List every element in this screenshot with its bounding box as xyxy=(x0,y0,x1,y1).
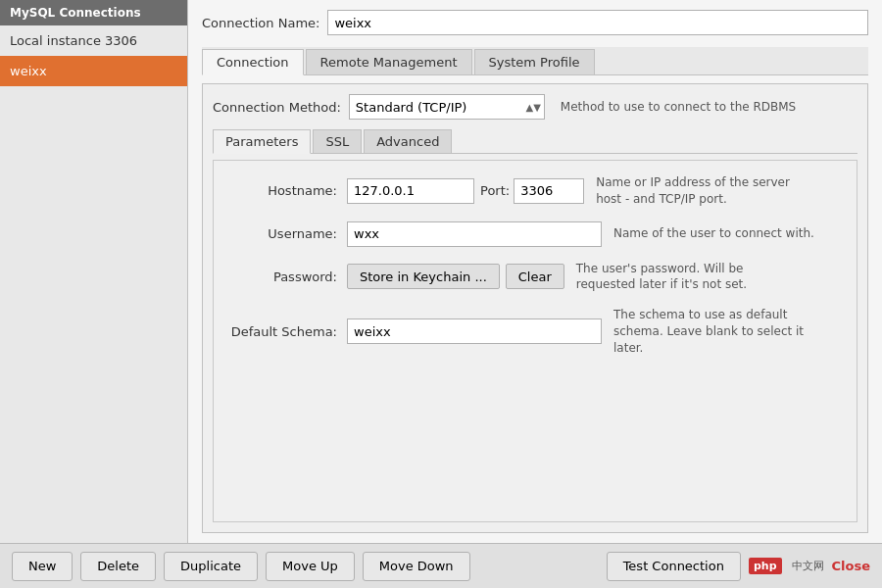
parameters-area: Hostname: Port: Name or IP address of th… xyxy=(213,160,858,522)
tab-system-profile[interactable]: System Profile xyxy=(474,49,595,74)
hostname-input[interactable] xyxy=(347,178,474,204)
password-hint: The user's password. Will be requested l… xyxy=(576,261,792,294)
tab-parameters[interactable]: Parameters xyxy=(213,129,311,154)
hostname-hint: Name or IP address of the server host - … xyxy=(596,174,811,208)
password-row: Password: Store in Keychain ... Clear Th… xyxy=(229,261,841,294)
method-description: Method to use to connect to the RDBMS xyxy=(561,100,796,114)
sidebar-item-local-instance[interactable]: Local instance 3306 xyxy=(0,25,187,56)
username-hint: Name of the user to connect with. xyxy=(613,225,814,242)
sidebar-item-weixx[interactable]: weixx xyxy=(0,56,187,86)
clear-password-button[interactable]: Clear xyxy=(506,264,564,289)
password-controls: Store in Keychain ... Clear xyxy=(347,264,564,289)
move-down-button[interactable]: Move Down xyxy=(363,552,470,581)
username-input[interactable] xyxy=(347,221,602,247)
tab-connection[interactable]: Connection xyxy=(202,49,304,75)
php-badge: php xyxy=(749,558,782,574)
store-keychain-button[interactable]: Store in Keychain ... xyxy=(347,264,500,289)
tab-advanced[interactable]: Advanced xyxy=(364,129,452,153)
method-row: Connection Method: Standard (TCP/IP) ▲▼ … xyxy=(213,94,858,120)
connection-name-label: Connection Name: xyxy=(202,16,319,30)
connection-name-row: Connection Name: xyxy=(202,10,868,35)
sidebar-header: MySQL Connections xyxy=(0,0,187,25)
default-schema-input[interactable] xyxy=(347,318,602,344)
tab-ssl[interactable]: SSL xyxy=(313,129,362,153)
default-schema-label: Default Schema: xyxy=(229,324,347,339)
method-select-wrapper: Standard (TCP/IP) ▲▼ xyxy=(349,94,545,120)
username-label: Username: xyxy=(229,226,347,241)
sidebar: MySQL Connections Local instance 3306 we… xyxy=(0,0,188,543)
connection-panel: Connection Method: Standard (TCP/IP) ▲▼ … xyxy=(202,83,868,533)
new-button[interactable]: New xyxy=(12,552,73,581)
inner-tabs: Parameters SSL Advanced xyxy=(213,129,858,154)
content-area: Connection Name: Connection Remote Manag… xyxy=(188,0,882,543)
username-row: Username: Name of the user to connect wi… xyxy=(229,221,841,247)
delete-button[interactable]: Delete xyxy=(80,552,156,581)
zhongwen-label: 中文网 xyxy=(792,559,824,573)
close-button[interactable]: Close xyxy=(832,559,870,573)
hostname-row: Hostname: Port: Name or IP address of th… xyxy=(229,174,841,208)
bottom-bar: New Delete Duplicate Move Up Move Down T… xyxy=(0,543,882,588)
outer-tabs: Connection Remote Management System Prof… xyxy=(202,47,868,75)
password-label: Password: xyxy=(229,270,347,284)
default-schema-row: Default Schema: The schema to use as def… xyxy=(229,307,841,356)
connection-name-input[interactable] xyxy=(327,10,868,35)
method-select[interactable]: Standard (TCP/IP) xyxy=(349,94,545,120)
move-up-button[interactable]: Move Up xyxy=(266,552,355,581)
port-label: Port: xyxy=(480,183,510,198)
tab-remote-management[interactable]: Remote Management xyxy=(306,49,472,74)
duplicate-button[interactable]: Duplicate xyxy=(164,552,258,581)
hostname-label: Hostname: xyxy=(229,183,347,198)
default-schema-hint: The schema to use as default schema. Lea… xyxy=(613,307,829,356)
port-input[interactable] xyxy=(514,178,584,204)
method-label: Connection Method: xyxy=(213,100,341,115)
test-connection-button[interactable]: Test Connection xyxy=(607,552,741,581)
